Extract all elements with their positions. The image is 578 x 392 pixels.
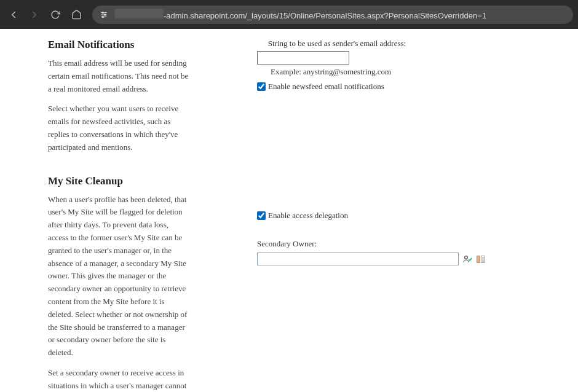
back-button[interactable] bbox=[5, 6, 22, 23]
email-notifications-title: Email Notifications bbox=[48, 39, 232, 51]
mysite-cleanup-form: Enable access delegation Secondary Owner… bbox=[257, 211, 530, 265]
forward-button[interactable] bbox=[26, 6, 43, 23]
right-column: String to be used as sender's email addr… bbox=[257, 39, 530, 392]
enable-access-delegation-row: Enable access delegation bbox=[257, 211, 530, 221]
enable-access-delegation-label: Enable access delegation bbox=[268, 211, 348, 221]
mysite-cleanup-desc-2: Set a secondary owner to receive access … bbox=[48, 367, 189, 392]
site-settings-icon[interactable] bbox=[98, 9, 109, 20]
svg-point-3 bbox=[102, 12, 103, 13]
secondary-owner-label: Secondary Owner: bbox=[257, 239, 530, 249]
svg-point-6 bbox=[465, 256, 468, 259]
enable-newsfeed-checkbox[interactable] bbox=[257, 82, 266, 91]
left-column: Email Notifications This email address w… bbox=[48, 39, 232, 392]
url-text: -admin.sharepoint.com/_layouts/15/Online… bbox=[114, 9, 486, 20]
enable-newsfeed-label: Enable newsfeed email notifications bbox=[268, 82, 384, 92]
email-notifications-desc-1: This email address will be used for send… bbox=[48, 57, 189, 95]
page-content: Email Notifications This email address w… bbox=[0, 29, 578, 392]
svg-rect-7 bbox=[477, 256, 480, 262]
browser-toolbar: -admin.sharepoint.com/_layouts/15/Online… bbox=[0, 0, 578, 29]
url-obscured-prefix bbox=[114, 9, 164, 18]
reload-button[interactable] bbox=[47, 6, 64, 23]
email-notifications-form: String to be used as sender's email addr… bbox=[257, 39, 530, 174]
svg-point-5 bbox=[102, 16, 103, 17]
svg-rect-8 bbox=[481, 256, 485, 262]
email-notifications-section: Email Notifications This email address w… bbox=[48, 39, 232, 154]
email-notifications-desc-2: Select whether you want users to receive… bbox=[48, 103, 189, 154]
address-bar[interactable]: -admin.sharepoint.com/_layouts/15/Online… bbox=[92, 6, 573, 24]
check-names-icon[interactable] bbox=[462, 254, 472, 264]
home-button[interactable] bbox=[68, 6, 85, 23]
sender-email-label: String to be used as sender's email addr… bbox=[257, 39, 417, 49]
svg-point-4 bbox=[105, 14, 106, 15]
mysite-cleanup-section: My Site Cleanup When a user's profile ha… bbox=[48, 175, 232, 392]
mysite-cleanup-desc-1: When a user's profile has been deleted, … bbox=[48, 194, 189, 359]
mysite-cleanup-title: My Site Cleanup bbox=[48, 175, 232, 187]
sender-email-input[interactable] bbox=[257, 51, 349, 65]
secondary-owner-row bbox=[257, 253, 530, 265]
enable-access-delegation-checkbox[interactable] bbox=[257, 211, 266, 220]
sender-email-example: Example: anystring@somestring.com bbox=[257, 67, 417, 77]
secondary-owner-group: Secondary Owner: bbox=[257, 239, 530, 265]
enable-newsfeed-row: Enable newsfeed email notifications bbox=[257, 82, 417, 92]
browse-people-icon[interactable] bbox=[476, 254, 486, 264]
secondary-owner-input[interactable] bbox=[257, 253, 459, 265]
